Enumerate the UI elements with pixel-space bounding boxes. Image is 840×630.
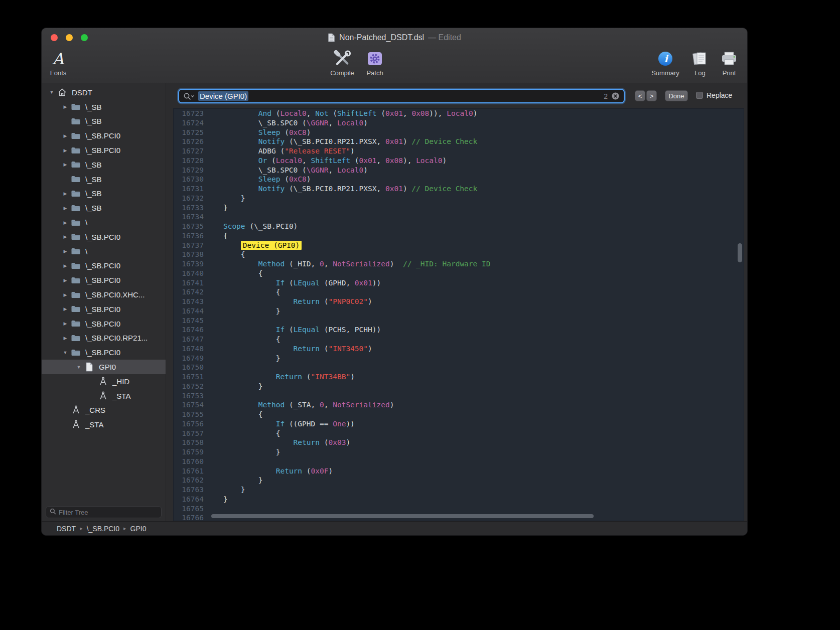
disclosure-closed-icon[interactable]: ▶ — [60, 162, 70, 167]
code-line[interactable]: 16741 If (LEqual (GPHD, 0x01)) — [174, 278, 744, 288]
disclosure-closed-icon[interactable]: ▶ — [60, 306, 70, 311]
code-line[interactable]: 16746 If (LEqual (PCHS, PCHH)) — [174, 325, 744, 335]
code-line[interactable]: 16735 Scope (\_SB.PCI0) — [174, 222, 744, 231]
code-line[interactable]: 16728 Or (Local0, ShiftLeft (0x01, 0x08)… — [174, 156, 744, 166]
print-button[interactable]: Print — [716, 49, 742, 77]
clear-search-button[interactable] — [611, 92, 620, 100]
code-line[interactable]: 16726 Notify (\_SB.PCI0.RP21.PXSX, 0x01)… — [174, 137, 744, 146]
code-line[interactable]: 16727 ADBG ("Release RESET") — [174, 146, 744, 156]
code-line[interactable]: 16737 Device (GPI0) — [174, 241, 744, 250]
code-line[interactable]: 16745 — [174, 316, 744, 326]
tree-item[interactable]: ▶\ — [42, 244, 166, 259]
code-editor[interactable]: 16723 And (Local0, Not (ShiftLeft (0x01,… — [173, 108, 744, 521]
code-line[interactable]: 16749 } — [174, 354, 744, 363]
tree-item[interactable]: ▶\ — [42, 215, 166, 230]
disclosure-closed-icon[interactable]: ▶ — [60, 148, 70, 153]
code-line[interactable]: 16725 Sleep (0xC8) — [174, 128, 744, 137]
tree-item[interactable]: ▶\_SB.PCI0.XHC... — [42, 287, 166, 302]
disclosure-open-icon[interactable]: ▼ — [74, 365, 84, 370]
tree-item[interactable]: _STA — [42, 417, 166, 432]
tree-item[interactable]: _CRS — [42, 403, 166, 418]
disclosure-open-icon[interactable]: ▼ — [47, 90, 57, 95]
disclosure-closed-icon[interactable]: ▶ — [60, 336, 70, 341]
code-line[interactable]: 16754 Method (_STA, 0, NotSerialized) — [174, 400, 744, 410]
code-line[interactable]: 16753 — [174, 391, 744, 401]
tree-item[interactable]: ▶\_SB — [42, 201, 166, 215]
tree-item[interactable]: ▶\_SB — [42, 187, 166, 201]
summary-button[interactable]: i Summary — [647, 49, 683, 77]
tree-item[interactable]: ▶\_SB.PCI0 — [42, 302, 166, 317]
code-line[interactable]: 16752 } — [174, 382, 744, 391]
code-line[interactable]: 16758 Return (0x03) — [174, 438, 744, 447]
code-line[interactable]: 16762 } — [174, 476, 744, 485]
tree-item[interactable]: ▶\_SB.PCI0 — [42, 273, 166, 287]
code-line[interactable]: 16739 Method (_HID, 0, NotSerialized) //… — [174, 259, 744, 269]
tree-item[interactable]: \_SB — [42, 172, 166, 187]
log-button[interactable]: Log — [689, 49, 711, 77]
horizontal-scrollbar[interactable] — [211, 514, 594, 518]
tree-item[interactable]: ▶\_SB — [42, 158, 166, 172]
disclosure-closed-icon[interactable]: ▶ — [60, 133, 70, 138]
code-line[interactable]: 16724 \_SB.SPC0 (\GGNR, Local0) — [174, 118, 744, 128]
find-next-button[interactable]: > — [646, 90, 657, 101]
tree-item[interactable]: _HID — [42, 374, 166, 389]
code-line[interactable]: 16732 } — [174, 194, 744, 203]
done-button[interactable]: Done — [665, 90, 688, 101]
disclosure-closed-icon[interactable]: ▶ — [60, 292, 70, 297]
code-line[interactable]: 16738 { — [174, 250, 744, 259]
disclosure-closed-icon[interactable]: ▶ — [60, 220, 70, 225]
code-line[interactable]: 16723 And (Local0, Not (ShiftLeft (0x01,… — [174, 109, 744, 118]
replace-checkbox[interactable] — [696, 92, 703, 99]
disclosure-closed-icon[interactable]: ▶ — [60, 234, 70, 239]
minimize-button[interactable] — [66, 34, 73, 41]
disclosure-open-icon[interactable]: ▼ — [60, 350, 70, 355]
breadcrumb-item[interactable]: \_SB.PCI0 — [87, 525, 119, 533]
disclosure-closed-icon[interactable]: ▶ — [60, 206, 70, 211]
tree-item[interactable]: ▶\_SB.PCI0 — [42, 259, 166, 273]
find-search-field[interactable]: Device (GPI0) 2 — [178, 89, 625, 103]
disclosure-closed-icon[interactable]: ▶ — [60, 104, 70, 109]
code-line[interactable]: 16744 } — [174, 306, 744, 316]
tree-item[interactable]: ▶\_SB — [42, 100, 166, 114]
code-line[interactable]: 16760 — [174, 457, 744, 466]
breadcrumb-item[interactable]: GPI0 — [130, 525, 147, 533]
code-line[interactable]: 16729 \_SB.SPC0 (\GGNR, Local0) — [174, 166, 744, 175]
code-line[interactable]: 16765 — [174, 504, 744, 514]
code-line[interactable]: 16751 Return ("INT34BB") — [174, 372, 744, 382]
zoom-button[interactable] — [81, 34, 88, 41]
code-line[interactable]: 16756 If ((GPHD == One)) — [174, 419, 744, 429]
code-line[interactable]: 16764 } — [174, 495, 744, 504]
code-line[interactable]: 16750 — [174, 363, 744, 372]
patch-button[interactable]: Patch — [362, 49, 387, 77]
tree-item[interactable]: ▼DSDT — [42, 85, 166, 100]
tree-item[interactable]: ▶\_SB.PCI0 — [42, 230, 166, 244]
code-line[interactable]: 16742 { — [174, 287, 744, 297]
code-line[interactable]: 16740 { — [174, 269, 744, 278]
code-line[interactable]: 16736 { — [174, 231, 744, 241]
vertical-scrollbar[interactable] — [738, 243, 742, 262]
tree-item[interactable]: _STA — [42, 389, 166, 403]
disclosure-closed-icon[interactable]: ▶ — [60, 249, 70, 254]
code-line[interactable]: 16730 Sleep (0xC8) — [174, 175, 744, 184]
code-line[interactable]: 16757 { — [174, 429, 744, 438]
close-button[interactable] — [51, 34, 58, 41]
code-line[interactable]: 16747 { — [174, 335, 744, 344]
filter-tree-input[interactable] — [59, 509, 158, 516]
disclosure-closed-icon[interactable]: ▶ — [60, 278, 70, 283]
breadcrumb-item[interactable]: DSDT — [57, 525, 76, 533]
find-previous-button[interactable]: < — [635, 90, 645, 101]
code-line[interactable]: 16755 { — [174, 410, 744, 419]
code-line[interactable]: 16759 } — [174, 447, 744, 457]
disclosure-closed-icon[interactable]: ▶ — [60, 263, 70, 268]
code-line[interactable]: 16748 Return ("INT3450") — [174, 344, 744, 354]
code-line[interactable]: 16761 Return (0x0F) — [174, 466, 744, 476]
code-line[interactable]: 16731 Notify (\_SB.PCI0.RP21.PXSX, 0x01)… — [174, 184, 744, 194]
code-line[interactable]: 16743 Return ("PNP0C02") — [174, 297, 744, 306]
tree-item[interactable]: ▼\_SB.PCI0 — [42, 345, 166, 360]
disclosure-closed-icon[interactable]: ▶ — [60, 321, 70, 326]
search-icon[interactable] — [183, 92, 195, 100]
tree-item[interactable]: ▶\_SB.PCI0.RP21... — [42, 331, 166, 346]
fonts-button[interactable]: A Fonts — [43, 49, 74, 77]
tree-item[interactable]: \_SB — [42, 114, 166, 129]
tree-item[interactable]: ▼GPI0 — [42, 360, 166, 374]
